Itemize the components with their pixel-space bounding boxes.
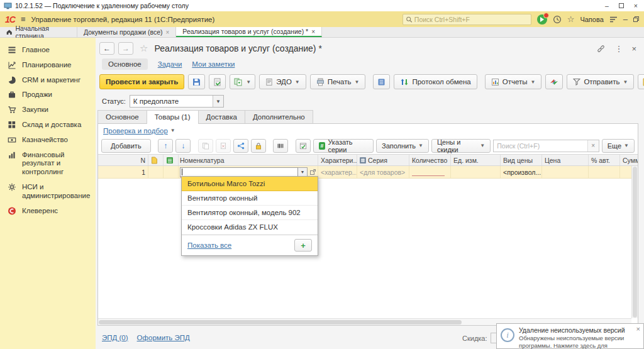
reports-button[interactable]: Отчеты ▼ bbox=[485, 74, 542, 89]
tab-goods[interactable]: Товары (1) bbox=[147, 110, 199, 124]
col-doc-icon[interactable] bbox=[148, 155, 164, 165]
share-button[interactable] bbox=[233, 139, 248, 153]
back-button[interactable]: ← bbox=[99, 42, 114, 55]
epd-create-link[interactable]: Оформить ЭПД bbox=[137, 334, 190, 341]
vertical-scrollbar[interactable] bbox=[631, 166, 638, 318]
table-search-input[interactable] bbox=[494, 142, 587, 150]
delete-row-button[interactable] bbox=[216, 139, 231, 153]
check-availability-button[interactable] bbox=[296, 139, 311, 153]
col-auto-pct[interactable]: % авт. bbox=[589, 155, 620, 165]
col-content-icon[interactable] bbox=[164, 155, 179, 165]
col-unit[interactable]: Ед. изм. bbox=[451, 155, 501, 165]
show-all-link[interactable]: Показать все bbox=[187, 241, 231, 249]
check-and-pick-link[interactable]: Проверка и подбор bbox=[103, 127, 168, 135]
sidebar-item-purchases[interactable]: Закупки bbox=[0, 102, 96, 118]
barcode-scan-button[interactable] bbox=[273, 139, 288, 153]
current-user-name[interactable]: Чапова bbox=[580, 16, 603, 23]
sidebar-item-nsi-admin[interactable]: НСИ и администрирование bbox=[0, 180, 96, 204]
service-menu-icon[interactable] bbox=[609, 16, 618, 23]
forward-button[interactable]: → bbox=[118, 42, 133, 55]
tab-extra[interactable]: Дополнительно bbox=[245, 110, 313, 123]
post-and-close-button[interactable]: Провести и закрыть bbox=[99, 74, 184, 89]
status-combo[interactable]: К предоплате ▼ bbox=[130, 95, 224, 108]
col-n[interactable]: N bbox=[98, 155, 148, 165]
create-new-item-button[interactable]: + bbox=[294, 239, 312, 252]
table-search-box[interactable]: × bbox=[493, 140, 599, 152]
cell-price[interactable] bbox=[542, 166, 589, 178]
rdp-maximize-button[interactable] bbox=[619, 3, 624, 8]
create-based-on-button[interactable]: ▼ bbox=[230, 74, 255, 89]
col-nomenclature[interactable]: Номенклатура bbox=[179, 155, 318, 165]
templates-button[interactable]: ▼ bbox=[638, 74, 644, 89]
dropdown-item[interactable]: Кроссовки Adidas ZX FLUX bbox=[182, 220, 318, 235]
move-down-button[interactable]: ↓ bbox=[175, 139, 191, 153]
cell-row-number[interactable]: 1 bbox=[98, 166, 148, 178]
nomenclature-open-button[interactable] bbox=[309, 169, 316, 175]
sidebar-item-main[interactable]: Главное bbox=[0, 43, 96, 58]
get-link-icon[interactable] bbox=[596, 45, 606, 53]
col-series[interactable]: Серия bbox=[357, 155, 409, 165]
tab-sales-documents[interactable]: Документы продажи (все) × bbox=[77, 27, 176, 37]
table-more-button[interactable]: Еще ▼ bbox=[602, 139, 635, 153]
main-menu-button[interactable]: ≡ bbox=[21, 14, 26, 24]
col-price[interactable]: Цена bbox=[542, 155, 589, 165]
send-button[interactable]: Отправить ▼ bbox=[567, 74, 634, 89]
tab-close-icon[interactable]: × bbox=[311, 28, 315, 35]
save-button[interactable] bbox=[188, 74, 205, 89]
cell-auto-pct[interactable] bbox=[589, 166, 620, 178]
notification-close-icon[interactable]: × bbox=[636, 325, 640, 333]
post-button[interactable] bbox=[209, 74, 226, 89]
sidebar-item-sales[interactable]: Продажи bbox=[0, 87, 96, 102]
tab-home[interactable]: Начальная страница bbox=[0, 27, 77, 37]
tab-delivery[interactable]: Доставка bbox=[198, 110, 245, 123]
dropdown-item[interactable]: Вентилятор оконный bbox=[182, 191, 318, 206]
notification-popup[interactable]: i Удаление неиспользуемых версий Обнаруж… bbox=[496, 323, 644, 349]
sidebar-item-treasury[interactable]: Казначейство bbox=[0, 133, 96, 148]
document-close-icon[interactable]: × bbox=[631, 44, 636, 53]
sidebar-item-planning[interactable]: Планирование bbox=[0, 58, 96, 73]
col-price-kind[interactable]: Вид цены bbox=[501, 155, 542, 165]
epd-link[interactable]: ЭПД (0) bbox=[102, 334, 128, 341]
registers-button[interactable] bbox=[373, 74, 390, 89]
print-button[interactable]: Печать ▼ bbox=[310, 74, 366, 89]
tab-goods-sale-document[interactable]: Реализация товаров и услуг (создание) * … bbox=[176, 27, 322, 37]
tab-close-icon[interactable]: × bbox=[166, 29, 170, 36]
favorite-star-icon[interactable]: ☆ bbox=[140, 43, 148, 54]
sidebar-item-warehouse[interactable]: Склад и доставка bbox=[0, 118, 96, 133]
cell-unit[interactable] bbox=[451, 166, 501, 178]
search-clear-icon[interactable]: × bbox=[587, 140, 599, 152]
app-minimize-button[interactable]: – bbox=[623, 15, 628, 23]
sidebar-item-finresult[interactable]: Финансовый результат и контроллинг bbox=[0, 148, 96, 180]
discussions-icon[interactable] bbox=[537, 14, 547, 25]
set-series-button[interactable]: # Указать серии bbox=[313, 139, 374, 153]
dropdown-item[interactable]: Вентилятор оконный, модель 902 bbox=[182, 206, 318, 220]
cell-price-kind[interactable]: <произвол... bbox=[501, 166, 542, 178]
cell-quantity[interactable] bbox=[409, 166, 451, 178]
rdp-close-button[interactable]: × bbox=[634, 2, 638, 9]
more-menu-icon[interactable]: ⋮ bbox=[614, 44, 623, 53]
lock-button[interactable] bbox=[251, 139, 266, 153]
app-restore-button[interactable] bbox=[633, 16, 639, 22]
favorites-star-icon[interactable]: ☆ bbox=[567, 15, 575, 23]
global-search-box[interactable] bbox=[402, 14, 531, 25]
prices-discounts-button[interactable]: Цены и скидки ▼ bbox=[431, 139, 491, 153]
horizontal-scrollbar-thumb[interactable] bbox=[99, 320, 462, 324]
cell-content-flag[interactable] bbox=[164, 166, 179, 178]
sidebar-item-crm[interactable]: CRM и маркетинг bbox=[0, 73, 96, 88]
business-network-button[interactable] bbox=[545, 74, 563, 89]
move-up-button[interactable]: ↑ bbox=[158, 139, 173, 153]
nav-main-chip[interactable]: Основное bbox=[102, 58, 148, 70]
nav-tasks-link[interactable]: Задачи bbox=[158, 60, 182, 68]
add-row-button[interactable]: Добавить bbox=[101, 139, 151, 153]
cell-characteristic[interactable]: <характер... bbox=[318, 166, 357, 178]
vertical-scrollbar-thumb[interactable] bbox=[633, 167, 637, 318]
exchange-protocol-button[interactable]: Протокол обмена bbox=[394, 74, 477, 89]
tab-main[interactable]: Основное bbox=[97, 110, 147, 123]
copy-row-button[interactable] bbox=[198, 139, 213, 153]
global-search-input[interactable] bbox=[414, 16, 528, 23]
edo-button[interactable]: ЭДО ▼ bbox=[259, 74, 306, 89]
rdp-minimize-button[interactable]: – bbox=[605, 2, 609, 9]
nav-notes-link[interactable]: Мои заметки bbox=[192, 60, 235, 68]
cell-doc-flag[interactable] bbox=[148, 166, 164, 178]
dropdown-item[interactable]: Ботильоны Marco Tozzi bbox=[182, 177, 318, 191]
